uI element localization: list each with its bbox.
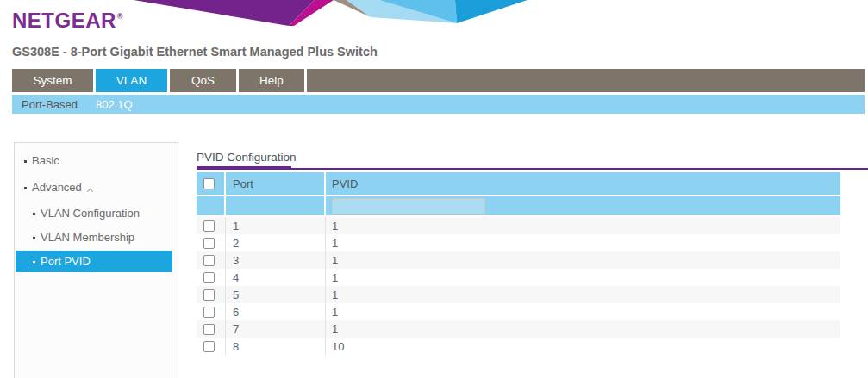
registered-mark: ® xyxy=(117,12,123,21)
filter-pvid-cell xyxy=(326,196,840,215)
sidebar-item-label: Port PVID xyxy=(41,255,91,268)
row-checkbox[interactable] xyxy=(203,272,215,283)
sidebar-item-vlan-configuration[interactable]: VLAN Configuration xyxy=(15,206,178,220)
sidebar-item-port-pvid[interactable]: Port PVID xyxy=(16,251,172,272)
tabbar-filler xyxy=(307,69,865,92)
page-root: NETGEAR® GS308E - 8-Port Gigabit Etherne… xyxy=(0,0,868,378)
row-checkbox[interactable] xyxy=(203,341,215,352)
pvid-cell: 1 xyxy=(326,234,840,251)
table-header-row: Port PVID xyxy=(197,172,840,195)
bullet-icon xyxy=(33,261,35,263)
table-row: 4 1 xyxy=(197,269,840,286)
netgear-logo-text: NETGEAR xyxy=(12,9,116,32)
table-row: 6 1 xyxy=(197,303,840,320)
port-cell: 5 xyxy=(226,286,326,303)
tab-system[interactable]: System xyxy=(12,69,93,92)
pvid-cell: 1 xyxy=(326,320,840,338)
sidebar: Basic Advanced VLAN Configuration VLAN M… xyxy=(14,142,178,378)
netgear-logo: NETGEAR® xyxy=(12,7,123,30)
nav-tabbar: System VLAN QoS Help xyxy=(12,69,865,92)
bullet-icon xyxy=(24,187,27,189)
table-row: 7 1 xyxy=(197,320,840,338)
banner-graphic xyxy=(134,0,530,26)
sidebar-item-advanced[interactable]: Advanced xyxy=(15,180,178,195)
bullet-icon xyxy=(33,237,35,239)
sidebar-item-vlan-membership[interactable]: VLAN Membership xyxy=(15,230,178,245)
filter-row xyxy=(197,196,840,215)
column-header-pvid: PVID xyxy=(326,172,840,195)
page-title: PVID Configuration xyxy=(197,151,297,164)
column-header-port: Port xyxy=(226,172,326,195)
pvid-table: Port PVID 1 1 2 1 3 1 4 1 xyxy=(197,172,840,355)
caret-up-icon xyxy=(87,189,93,195)
pvid-cell: 1 xyxy=(326,269,840,286)
pvid-cell: 1 xyxy=(326,303,840,320)
heading-underline-accent xyxy=(197,166,291,170)
tab-qos[interactable]: QoS xyxy=(170,69,236,92)
product-title: GS308E - 8-Port Gigabit Ethernet Smart M… xyxy=(12,45,378,59)
port-cell: 4 xyxy=(226,269,326,286)
row-checkbox[interactable] xyxy=(203,289,215,301)
heading-underline xyxy=(197,168,868,170)
row-checkbox[interactable] xyxy=(203,255,215,266)
pvid-cell: 1 xyxy=(326,217,840,234)
port-cell: 8 xyxy=(226,338,326,355)
subnav-item-port-based[interactable]: Port-Based xyxy=(22,98,78,111)
bullet-icon xyxy=(33,213,35,215)
select-all-cell xyxy=(197,172,226,195)
pvid-cell: 10 xyxy=(326,338,840,355)
port-cell: 7 xyxy=(226,320,326,338)
port-cell: 6 xyxy=(226,303,326,320)
subnav-item-8021q[interactable]: 802.1Q xyxy=(96,98,133,111)
table-row: 3 1 xyxy=(197,251,840,269)
row-checkbox[interactable] xyxy=(203,220,215,232)
row-checkbox[interactable] xyxy=(203,324,215,335)
sidebar-item-label: Advanced xyxy=(32,181,82,194)
port-cell: 1 xyxy=(226,217,326,234)
pvid-cell: 1 xyxy=(326,286,840,303)
bullet-icon xyxy=(24,160,27,163)
table-row: 5 1 xyxy=(197,286,840,303)
table-row: 8 10 xyxy=(197,338,840,355)
sidebar-item-label: VLAN Configuration xyxy=(41,207,140,220)
sidebar-item-basic[interactable]: Basic xyxy=(15,153,178,168)
sidebar-item-label: Basic xyxy=(32,154,59,167)
sidebar-item-label: VLAN Membership xyxy=(41,231,134,244)
table-row: 2 1 xyxy=(197,234,840,251)
port-cell: 2 xyxy=(226,234,326,251)
tab-vlan[interactable]: VLAN xyxy=(96,69,167,92)
subnav: Port-Based 802.1Q xyxy=(12,95,865,114)
pvid-cell: 1 xyxy=(326,251,840,269)
table-row: 1 1 xyxy=(197,217,840,234)
row-checkbox[interactable] xyxy=(203,307,215,318)
tab-help[interactable]: Help xyxy=(239,69,304,92)
port-cell: 3 xyxy=(226,251,326,269)
row-checkbox[interactable] xyxy=(203,238,215,249)
filter-port-cell xyxy=(226,196,326,215)
select-all-checkbox[interactable] xyxy=(203,178,215,189)
pvid-filter-input[interactable] xyxy=(332,198,485,214)
filter-checkbox-cell xyxy=(197,196,226,215)
